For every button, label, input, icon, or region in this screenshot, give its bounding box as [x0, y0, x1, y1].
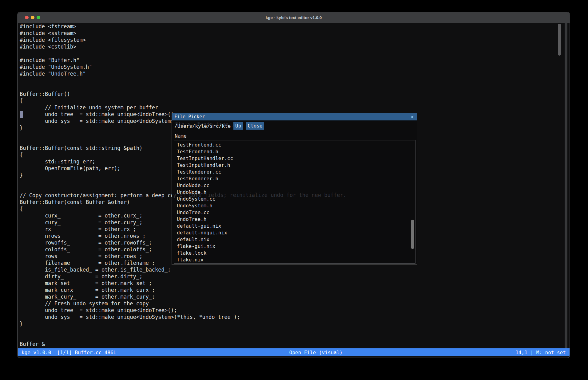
file-list-item[interactable]: UndoSystem.cc: [174, 196, 415, 202]
file-list-item[interactable]: UndoTree.h: [174, 216, 415, 223]
current-path: /Users/kyle/src/kte: [174, 123, 231, 129]
file-list: TestFrontend.ccTestFrontend.hTestInputHa…: [174, 140, 415, 264]
file-list-item[interactable]: default.nix: [174, 236, 415, 243]
minimize-traffic-light-icon[interactable]: [31, 16, 34, 19]
editor-window: kge - kyle's text editor v1.0.0 #include…: [17, 12, 570, 358]
text-cursor: [20, 111, 23, 118]
file-list-item[interactable]: default-nogui.nix: [174, 229, 415, 236]
file-list-item[interactable]: UndoNode.h: [174, 189, 415, 196]
file-picker-titlebar[interactable]: File Picker ✕: [172, 113, 417, 120]
file-list-item[interactable]: flake.lock: [174, 250, 415, 257]
file-list-item[interactable]: TestInputHandler.h: [174, 162, 415, 169]
file-list-item[interactable]: flake-gui.nix: [174, 243, 415, 250]
file-list-item[interactable]: TestFrontend.h: [174, 148, 415, 155]
zoom-traffic-light-icon[interactable]: [37, 16, 40, 19]
editor-scrollbar-thumb[interactable]: [558, 24, 561, 56]
file-list-item[interactable]: default-gui.nix: [174, 223, 415, 229]
name-column-header: Name: [175, 133, 187, 139]
status-left-file-info: kge v1.0.0 [1/1] Buffer.cc 486L: [18, 350, 116, 355]
traffic-lights: [25, 16, 40, 19]
window-title: kge - kyle's text editor v1.0.0: [18, 15, 570, 20]
file-list-item[interactable]: TestRenderer.h: [174, 175, 415, 182]
window-titlebar[interactable]: kge - kyle's text editor v1.0.0: [18, 12, 570, 23]
up-button[interactable]: Up: [233, 122, 243, 130]
file-picker-path-row: /Users/kyle/src/kte Up Close: [174, 122, 264, 130]
file-list-scrollbar-thumb[interactable]: [411, 220, 414, 249]
close-icon[interactable]: ✕: [408, 113, 417, 120]
file-list-item[interactable]: TestRenderer.cc: [174, 169, 415, 175]
file-picker-dialog: File Picker ✕ *this, *undo_tree_); y of …: [172, 113, 417, 265]
status-bar: kge v1.0.0 [1/1] Buffer.cc 486L Open Fil…: [18, 348, 570, 356]
divider: [173, 132, 415, 132]
desktop: kge - kyle's text editor v1.0.0 #include…: [0, 0, 588, 380]
file-list-item[interactable]: flake.nix: [174, 257, 415, 263]
status-center-mode: Open File (visual): [116, 350, 515, 355]
editor-scrollbar-track[interactable]: [565, 23, 567, 350]
file-list-item[interactable]: TestInputHandler.cc: [174, 155, 415, 162]
file-list-item[interactable]: TestFrontend.cc: [174, 142, 415, 148]
file-list-item[interactable]: UndoNode.cc: [174, 182, 415, 189]
file-list-item[interactable]: UndoSystem.h: [174, 202, 415, 209]
file-list-item[interactable]: UndoTree.cc: [174, 209, 415, 216]
close-button[interactable]: Close: [246, 122, 264, 130]
close-traffic-light-icon[interactable]: [25, 16, 29, 19]
status-right-cursor-info: 14,1 | M: not set: [515, 350, 570, 355]
file-picker-title: File Picker: [174, 113, 205, 120]
